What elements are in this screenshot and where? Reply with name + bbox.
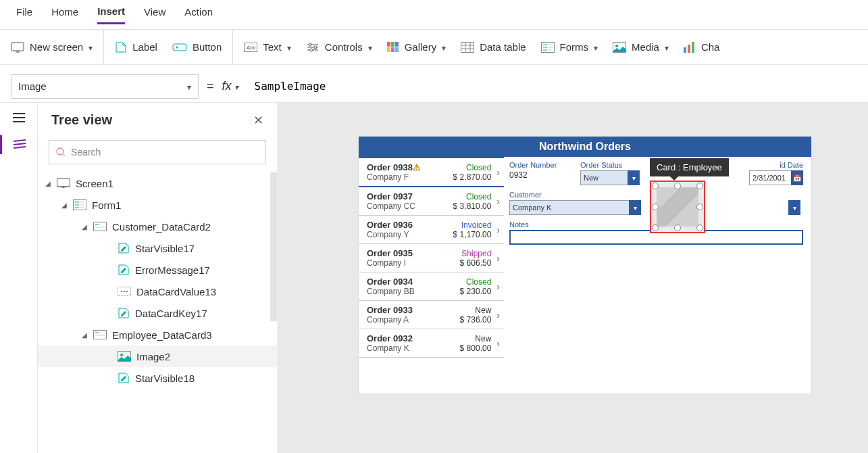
customer-dropdown[interactable]: Company K▾ [509, 200, 641, 215]
svg-rect-8 [387, 42, 390, 47]
text-button[interactable]: Abc Text [244, 41, 291, 53]
fx-button[interactable]: fx [222, 79, 238, 93]
order-row[interactable]: Order 0935Company IShipped$ 606.50› [359, 244, 504, 272]
svg-point-7 [310, 49, 313, 51]
formula-input[interactable] [247, 74, 857, 99]
tree-node-Customer_DataCard2[interactable]: ◢Customer_DataCard2 [38, 216, 277, 237]
controls-button[interactable]: Controls [306, 41, 372, 53]
new-screen-button[interactable]: New screen [11, 41, 93, 53]
tree-node-label: Image2 [136, 351, 170, 362]
pen-icon [118, 372, 130, 384]
menu-view[interactable]: View [144, 6, 165, 23]
label-button[interactable]: Label [115, 41, 157, 53]
svg-point-2 [176, 46, 178, 48]
order-company: Company F [367, 172, 449, 182]
chevron-right-icon: › [495, 310, 501, 320]
tree-view-title: Tree view [51, 112, 112, 128]
screen-icon [57, 178, 70, 188]
order-list: Order 0938⚠Company FClosed$ 2,870.00›Ord… [359, 157, 504, 392]
insert-label-label: Label [132, 41, 157, 53]
order-status-dropdown[interactable]: New▾ [580, 170, 640, 185]
search-placeholder: Search [71, 147, 101, 158]
order-row[interactable]: Order 0932Company KNew$ 800.00› [359, 329, 504, 358]
order-row[interactable]: Order 0933Company ANew$ 736.00› [359, 301, 504, 329]
search-input[interactable]: Search [49, 140, 266, 164]
employee-dropdown-trigger[interactable]: ▾ [788, 200, 803, 215]
gallery-button[interactable]: Gallery [387, 41, 446, 53]
canvas[interactable]: Northwind Orders Order 0938⚠Company FClo… [278, 103, 868, 453]
tree-node-DataCardKey17[interactable]: DataCardKey17 [38, 302, 277, 324]
scrollbar[interactable] [270, 172, 277, 321]
employee-card-selected[interactable] [650, 181, 705, 233]
chevron-down-icon [88, 41, 93, 53]
tree-node-label: Employee_DataCard3 [112, 329, 212, 341]
order-number-label: Order Number [509, 161, 573, 169]
order-amount: $ 1,170.00 [453, 230, 492, 239]
menu-action[interactable]: Action [184, 6, 213, 23]
screen-icon [11, 42, 24, 53]
svg-point-31 [120, 354, 123, 356]
tree-node-Screen1[interactable]: ◢Screen1 [38, 172, 277, 194]
dots-icon [118, 287, 131, 296]
forms-button[interactable]: Forms [541, 41, 598, 53]
image-icon [118, 351, 131, 362]
menu-home[interactable]: Home [51, 6, 78, 23]
order-number: Order 0933 [367, 305, 456, 315]
order-row[interactable]: Order 0936Company YInvoiced$ 1,170.00› [359, 216, 504, 244]
chevron-down-icon: ▾ [628, 170, 640, 185]
chevron-right-icon: › [495, 196, 501, 207]
order-row[interactable]: Order 0934Company BBClosed$ 230.00› [359, 272, 504, 301]
order-status: Invoiced [453, 220, 492, 230]
order-amount: $ 800.00 [460, 343, 492, 353]
tree-view-button[interactable] [0, 135, 38, 154]
app-preview: Northwind Orders Order 0938⚠Company FClo… [359, 137, 811, 394]
property-dropdown[interactable]: Image [11, 74, 199, 99]
order-status: Closed [460, 277, 492, 287]
menu-insert[interactable]: Insert [97, 5, 125, 24]
tree-node-StarVisible18[interactable]: StarVisible18 [38, 367, 277, 389]
svg-rect-0 [11, 43, 24, 51]
paid-date-input[interactable]: 2/31/2001📅 [749, 170, 803, 185]
svg-rect-20 [692, 42, 694, 53]
form-icon [73, 199, 86, 210]
controls-label: Controls [325, 41, 363, 53]
order-row[interactable]: Order 0937Company CCClosed$ 3,810.00› [359, 187, 504, 216]
chevron-down-icon: ▾ [629, 200, 641, 215]
tree-node-StarVisible17[interactable]: StarVisible17 [38, 237, 277, 259]
svg-point-5 [309, 43, 311, 46]
tree-node-Form1[interactable]: ◢Form1 [38, 194, 277, 216]
tree: ◢Screen1◢Form1◢Customer_DataCard2StarVis… [38, 172, 277, 453]
menu-bar: File Home Insert View Action [0, 0, 868, 30]
close-icon[interactable]: ✕ [253, 113, 263, 128]
selection-handles[interactable] [655, 186, 700, 228]
property-label: Image [18, 80, 47, 92]
svg-rect-19 [688, 45, 690, 53]
calendar-icon: 📅 [791, 170, 803, 185]
order-row[interactable]: Order 0938⚠Company FClosed$ 2,870.00› [359, 157, 504, 187]
order-company: Company K [367, 343, 456, 353]
order-company: Company A [367, 315, 456, 325]
order-status: Closed [453, 192, 492, 201]
caret-icon: ◢ [81, 331, 88, 339]
tree-node-Image2[interactable]: Image2 [38, 345, 277, 367]
tree-node-ErrorMessage17[interactable]: ErrorMessage17 [38, 259, 277, 281]
data-table-button[interactable]: Data table [461, 41, 526, 53]
new-screen-label: New screen [30, 41, 83, 53]
chevron-down-icon [594, 41, 598, 53]
svg-point-17 [615, 45, 618, 47]
charts-button[interactable]: Cha [684, 41, 720, 53]
button-button[interactable]: Button [172, 41, 222, 53]
card-icon [93, 222, 107, 231]
menu-file[interactable]: File [16, 6, 32, 23]
tree-node-DataCardValue13[interactable]: DataCardValue13 [38, 281, 277, 302]
svg-rect-18 [684, 47, 686, 53]
app-title: Northwind Orders [359, 137, 811, 157]
tree-node-label: DataCardValue13 [136, 286, 216, 297]
paid-date-value: 2/31/2001 [752, 174, 786, 182]
hamburger-icon[interactable] [9, 108, 28, 127]
media-button[interactable]: Media [613, 41, 669, 53]
tree-node-Employee_DataCard3[interactable]: ◢Employee_DataCard3 [38, 324, 277, 345]
text-label: Text [263, 41, 282, 53]
chevron-down-icon [187, 80, 191, 92]
tree-node-label: Screen1 [76, 178, 113, 189]
